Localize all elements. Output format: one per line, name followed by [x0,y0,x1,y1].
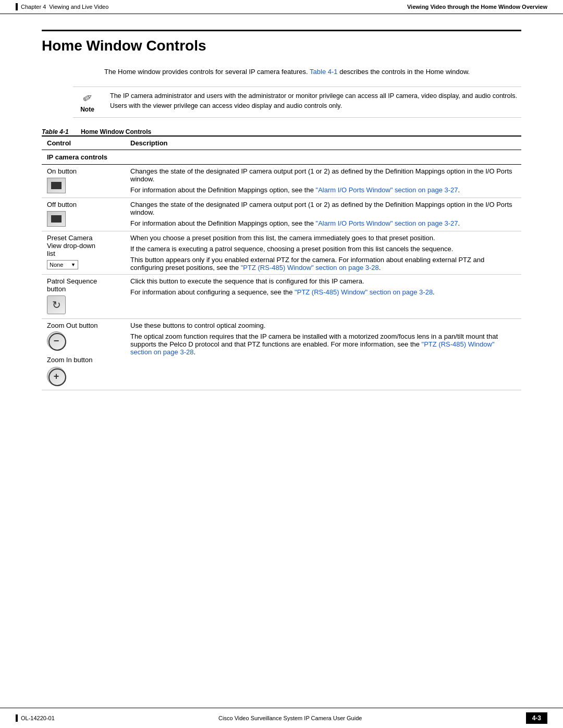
preset-desc-para2: If the camera is executing a patrol sequ… [130,245,516,253]
off-desc-para2: For information about the Definition Map… [130,219,516,227]
table-caption: Table 4-1 Home Window Controls [42,128,521,135]
note-box: ✏ Note The IP camera administrator and u… [73,87,521,118]
note-icon-area: ✏ Note [73,91,102,113]
preset-camera-label: Preset CameraView drop-downlist [47,234,120,257]
footer-center: Cisco Video Surveillance System IP Camer… [218,715,362,721]
patrol-seq-cell: Patrol Sequencebutton [42,274,125,318]
on-button-cell: On button [42,164,125,198]
table-4-1-link[interactable]: Table 4-1 [310,68,337,76]
preset-camera-desc: When you choose a preset position from t… [125,231,521,274]
col-header-control: Control [42,136,125,150]
footer-doc-id: OL-14220-01 [21,715,55,721]
on-button-label: On button [47,167,120,175]
footer-page-number: 4-3 [526,712,547,724]
intro-text-after: describes the controls in the Home windo… [339,68,470,76]
note-label: Note [80,106,94,113]
dropdown-arrow-icon: ▼ [71,262,76,267]
header-chapter-title: Viewing and Live Video [49,4,108,10]
zoom-in-label: Zoom In button [47,356,120,364]
off-button-cell: Off button [42,198,125,231]
header-accent-bar [16,3,18,10]
section-header-row: IP camera controls [42,150,521,164]
dropdown-value: None [50,262,63,268]
off-alarm-link[interactable]: "Alarm I/O Ports Window" section on page… [316,219,458,227]
zoom-desc-para2: The optical zoom function requires that … [130,332,516,356]
header-chapter-label: Chapter 4 [21,4,46,10]
page-footer: OL-14220-01 Cisco Video Surveillance Sys… [0,708,563,728]
controls-table: Control Description IP camera controls O… [42,135,521,390]
page-title: Home Window Controls [42,30,521,54]
on-desc-para1: Changes the state of the designated IP c… [130,167,516,183]
zoom-in-button [47,367,66,386]
patrol-desc-para1: Click this button to execute the sequenc… [130,277,516,285]
zoom-out-label: Zoom Out button [47,322,120,329]
col-header-description: Description [125,136,521,150]
header-right: Viewing Video through the Home Window Ov… [407,4,547,10]
intro-text-before: The Home window provides controls for se… [104,68,308,76]
footer-accent-bar [16,714,18,722]
preset-camera-cell: Preset CameraView drop-downlist None ▼ [42,231,125,274]
table-row: Off button Changes the state of the desi… [42,198,521,231]
patrol-seq-desc: Click this button to execute the sequenc… [125,274,521,318]
preset-ptz-link[interactable]: "PTZ (RS-485) Window" section on page 3-… [241,264,379,272]
preset-dropdown[interactable]: None ▼ [47,260,78,269]
main-content: Home Window Controls The Home window pro… [0,14,563,406]
off-desc-para1: Changes the state of the designated IP c… [130,201,516,216]
footer-left: OL-14220-01 [16,714,55,722]
section-header-label: IP camera controls [42,150,521,164]
table-row: Zoom Out button Zoom In button Use these… [42,318,521,390]
zoom-out-button [47,331,66,350]
table-header-row: Control Description [42,136,521,150]
zoom-buttons-cell: Zoom Out button Zoom In button [42,318,125,390]
on-desc-para2: For information about the Definition Map… [130,186,516,194]
patrol-seq-label: Patrol Sequencebutton [47,277,120,293]
table-title-text: Home Window Controls [81,128,151,135]
off-button-image [47,211,66,227]
on-alarm-link[interactable]: "Alarm I/O Ports Window" section on page… [316,186,458,194]
patrol-ptz-link[interactable]: "PTZ (RS-485) Window" section on page 3-… [295,288,433,296]
table-row: Preset CameraView drop-downlist None ▼ W… [42,231,521,274]
zoom-desc-para1: Use these buttons to control optical zoo… [130,322,516,329]
on-button-image [47,178,66,193]
table-number: Table 4-1 [42,128,69,135]
patrol-desc-para2: For information about configuring a sequ… [130,288,516,296]
page-header: Chapter 4 Viewing and Live Video Viewing… [0,0,563,14]
header-left: Chapter 4 Viewing and Live Video [16,3,108,10]
zoom-desc: Use these buttons to control optical zoo… [125,318,521,390]
patrol-seq-button [47,295,66,314]
preset-desc-para3: This button appears only if you enabled … [130,256,516,272]
on-button-desc: Changes the state of the designated IP c… [125,164,521,198]
off-button-desc: Changes the state of the designated IP c… [125,198,521,231]
table-row: Patrol Sequencebutton Click this button … [42,274,521,318]
table-row: On button Changes the state of the desig… [42,164,521,198]
preset-desc-para1: When you choose a preset position from t… [130,234,516,242]
intro-paragraph: The Home window provides controls for se… [104,67,521,77]
off-button-label: Off button [47,201,120,208]
note-pencil-icon: ✏ [80,90,95,106]
note-text: The IP camera administrator and users wi… [110,91,521,112]
zoom-ptz-link[interactable]: "PTZ (RS-485) Window" section on page 3-… [130,340,495,356]
